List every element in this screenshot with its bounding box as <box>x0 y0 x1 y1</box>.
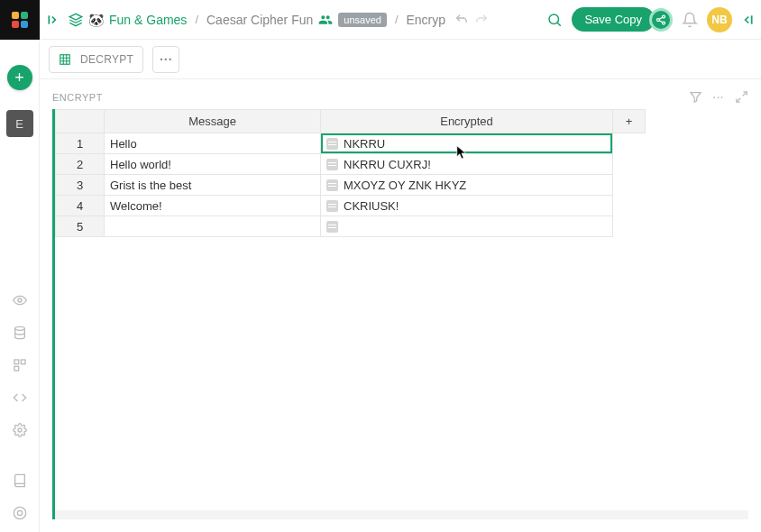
people-icon[interactable] <box>318 13 333 27</box>
svg-rect-2 <box>14 360 19 364</box>
svg-point-5 <box>18 428 22 432</box>
cell-message[interactable] <box>105 216 321 237</box>
toolbar: DECRYPT ··· <box>40 40 761 79</box>
panel-expand-right-icon[interactable] <box>741 14 754 26</box>
cell-message[interactable]: Hello <box>105 133 321 154</box>
unsaved-badge: unsaved <box>338 13 387 27</box>
save-copy-button[interactable]: Save Copy <box>572 7 655 32</box>
text-field-icon <box>326 159 338 170</box>
text-field-icon <box>326 221 338 233</box>
settings-icon[interactable] <box>6 417 33 444</box>
expand-icon[interactable] <box>735 90 748 104</box>
svg-point-7 <box>17 510 22 515</box>
cell-message[interactable]: Welcome! <box>105 196 321 216</box>
crumb-sep-1: / <box>192 13 201 26</box>
row-number[interactable]: 1 <box>56 133 105 154</box>
widgets-icon[interactable] <box>6 352 33 379</box>
row-number[interactable]: 4 <box>56 196 105 216</box>
bell-icon[interactable] <box>682 12 698 28</box>
cell-message[interactable]: Hello world! <box>105 154 321 175</box>
section-title: ENCRYPT <box>52 92 103 103</box>
svg-point-11 <box>657 18 660 21</box>
svg-point-12 <box>663 22 665 24</box>
table-wrap: Message Encrypted + 1HelloNKRRU2Hello wo… <box>52 109 748 519</box>
column-header-message[interactable]: Message <box>105 110 321 133</box>
svg-marker-8 <box>69 14 81 20</box>
rownum-header[interactable] <box>56 110 105 133</box>
cell-message[interactable]: Grist is the best <box>105 175 321 196</box>
table-row[interactable]: 2Hello world!NKRRU CUXRJ! <box>56 154 646 175</box>
section-header: ENCRYPT ··· <box>40 79 761 109</box>
layers-icon[interactable] <box>69 13 83 27</box>
cell-encrypted[interactable]: CKRIUSK! <box>321 196 613 216</box>
grid-icon <box>59 53 71 66</box>
book-icon[interactable] <box>6 467 33 494</box>
row-number[interactable]: 5 <box>56 216 105 237</box>
text-field-icon <box>326 138 338 150</box>
row-number[interactable]: 2 <box>56 154 105 175</box>
add-column-cell <box>613 133 646 237</box>
add-column-button[interactable]: + <box>613 110 646 133</box>
share-button[interactable] <box>649 8 673 32</box>
view-more-button[interactable]: ··· <box>152 46 179 73</box>
crumb-sep-2: / <box>392 13 401 26</box>
table-row[interactable]: 1HelloNKRRU <box>56 133 646 154</box>
code-icon[interactable] <box>6 384 33 411</box>
filter-icon[interactable] <box>689 90 702 104</box>
cell-encrypted-value: CKRIUSK! <box>344 199 399 213</box>
topbar: 🐼 Fun & Games / Caesar Cipher Fun unsave… <box>40 0 761 40</box>
help-icon[interactable] <box>6 500 33 527</box>
text-field-icon <box>326 179 338 191</box>
column-header-encrypted[interactable]: Encrypted <box>321 110 613 133</box>
cell-encrypted[interactable] <box>321 216 613 237</box>
svg-point-10 <box>663 15 665 18</box>
eye-icon[interactable] <box>6 287 33 314</box>
cell-encrypted[interactable]: MXOYZ OY ZNK HKYZ <box>321 175 613 196</box>
emoji-icon: 🐼 <box>88 13 104 27</box>
svg-rect-3 <box>21 360 25 364</box>
svg-rect-13 <box>60 54 70 64</box>
text-field-icon <box>326 200 338 212</box>
add-document-button[interactable]: + <box>7 65 32 90</box>
svg-rect-4 <box>14 366 19 371</box>
panel-collapse-icon[interactable] <box>47 14 60 26</box>
svg-point-0 <box>18 298 22 302</box>
horizontal-scrollbar[interactable] <box>55 510 748 519</box>
database-icon[interactable] <box>6 319 33 346</box>
cell-encrypted-value: NKRRU CUXRJ! <box>344 158 431 171</box>
cell-encrypted-value: NKRRU <box>344 137 385 151</box>
undo-icon[interactable] <box>454 13 469 27</box>
cell-encrypted-value: MXOYZ OY ZNK HKYZ <box>344 179 466 192</box>
svg-point-6 <box>14 507 25 518</box>
data-table[interactable]: Message Encrypted + 1HelloNKRRU2Hello wo… <box>55 109 646 237</box>
left-rail: + E <box>0 0 40 532</box>
svg-point-9 <box>549 14 559 24</box>
breadcrumb-doc[interactable]: Caesar Cipher Fun <box>206 13 313 27</box>
cell-encrypted[interactable]: NKRRU <box>321 133 613 154</box>
svg-point-1 <box>14 326 24 330</box>
view-switcher-label: DECRYPT <box>80 53 133 66</box>
table-row[interactable]: 3Grist is the bestMXOYZ OY ZNK HKYZ <box>56 175 646 196</box>
search-icon[interactable] <box>546 12 563 28</box>
avatar[interactable]: NB <box>707 7 732 32</box>
main-area: 🐼 Fun & Games / Caesar Cipher Fun unsave… <box>40 0 761 532</box>
view-switcher[interactable]: DECRYPT <box>49 46 143 73</box>
breadcrumb-root[interactable]: Fun & Games <box>109 13 187 27</box>
app-logo[interactable] <box>0 0 40 40</box>
workspace-tile-current[interactable]: E <box>6 110 33 137</box>
breadcrumb-page[interactable]: Encryp <box>407 13 446 27</box>
redo-icon[interactable] <box>474 13 489 27</box>
section-more-icon[interactable]: ··· <box>713 92 724 103</box>
row-number[interactable]: 3 <box>56 175 105 196</box>
table-row[interactable]: 4Welcome!CKRIUSK! <box>56 196 646 216</box>
table-row[interactable]: 5 <box>56 216 646 237</box>
cell-encrypted[interactable]: NKRRU CUXRJ! <box>321 154 613 175</box>
